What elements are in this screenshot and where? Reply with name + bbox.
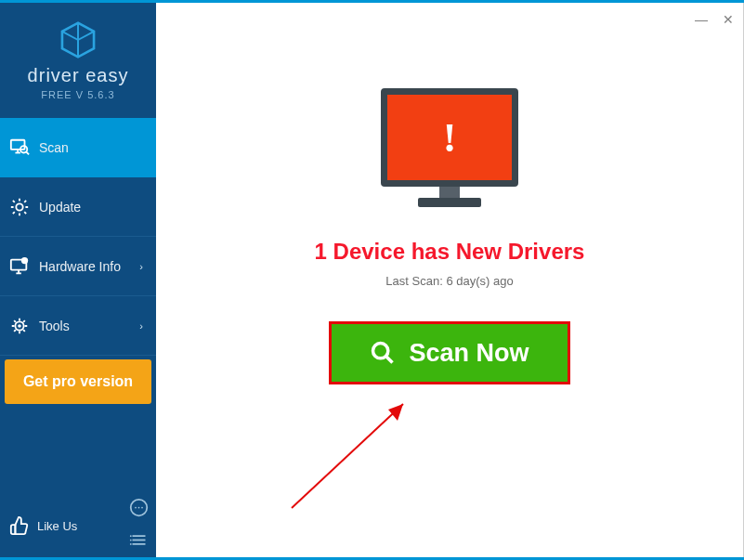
svg-line-26	[292, 404, 403, 508]
svg-marker-27	[388, 404, 403, 421]
feedback-icon[interactable]	[129, 498, 149, 517]
nav-label-tools: Tools	[39, 319, 139, 333]
nav-label-update: Update	[39, 200, 147, 215]
svg-text:i: i	[24, 258, 25, 264]
menu-list-icon[interactable]	[129, 530, 149, 550]
main-center: ! 1 Device has New Drivers Last Scan: 6 …	[156, 88, 743, 384]
svg-rect-1	[11, 140, 25, 150]
scan-now-button[interactable]: Scan Now	[329, 321, 570, 384]
search-icon	[370, 340, 409, 366]
svg-point-13	[18, 324, 21, 328]
brand-name: driver easy	[28, 65, 129, 86]
window-controls: — ✕	[695, 12, 734, 27]
svg-point-22	[130, 540, 132, 541]
get-pro-label: Get pro version	[23, 373, 133, 390]
nav-label-hardware: Hardware Info	[39, 259, 139, 274]
annotation-arrow	[273, 387, 487, 517]
hardware-info-icon: i	[9, 256, 30, 277]
sidebar: driver easy FREE V 5.6.3 Scan	[0, 3, 156, 557]
bottom-bar: Like Us	[0, 494, 156, 557]
chevron-right-icon: ›	[139, 261, 143, 272]
last-scan-text: Last Scan: 6 day(s) ago	[385, 274, 513, 288]
svg-line-5	[26, 152, 29, 155]
nav: Scan Update	[0, 118, 156, 356]
get-pro-button[interactable]: Get pro version	[5, 359, 151, 404]
svg-point-15	[135, 507, 137, 509]
exclamation-icon: !	[443, 114, 457, 162]
logo-area: driver easy FREE V 5.6.3	[0, 3, 156, 118]
like-icon[interactable]	[9, 515, 30, 536]
headline-text: 1 Device has New Drivers	[315, 239, 585, 265]
logo-icon	[59, 20, 98, 65]
nav-item-update[interactable]: Update	[0, 177, 156, 237]
svg-point-6	[16, 203, 22, 210]
svg-point-21	[130, 535, 132, 537]
update-gear-icon	[9, 197, 30, 217]
alert-monitor-graphic: !	[381, 88, 518, 216]
minimize-button[interactable]: —	[695, 12, 708, 27]
version-label: FREE V 5.6.3	[41, 89, 114, 100]
close-button[interactable]: ✕	[723, 12, 734, 27]
nav-label-scan: Scan	[39, 140, 147, 155]
chevron-right-icon: ›	[139, 320, 143, 332]
tools-gear-icon	[9, 316, 30, 336]
svg-point-16	[138, 507, 140, 509]
nav-item-tools[interactable]: Tools ›	[0, 296, 156, 356]
svg-point-23	[130, 543, 132, 545]
svg-line-25	[386, 357, 393, 363]
svg-point-17	[141, 507, 143, 509]
content-area: — ✕ ! 1 Device has New Drivers Last Scan…	[156, 3, 744, 557]
svg-point-24	[373, 344, 388, 358]
app-window: driver easy FREE V 5.6.3 Scan	[0, 0, 744, 560]
scan-now-label: Scan Now	[409, 339, 529, 368]
like-label: Like Us	[37, 519, 77, 533]
nav-item-hardware-info[interactable]: i Hardware Info ›	[0, 237, 156, 296]
nav-item-scan[interactable]: Scan	[0, 118, 156, 177]
scan-monitor-icon	[9, 137, 30, 158]
